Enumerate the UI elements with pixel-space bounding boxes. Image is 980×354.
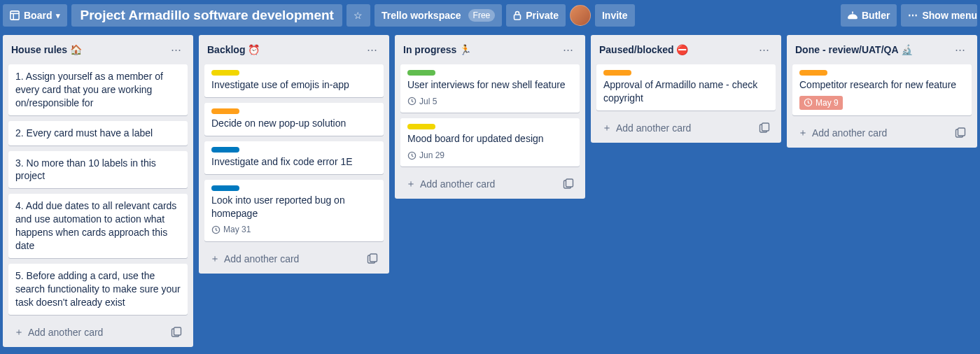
label-orange[interactable] <box>211 108 239 114</box>
card-title: Decide on new pop-up solution <box>211 117 377 130</box>
add-card-button[interactable]: ＋Add another card <box>795 124 952 142</box>
card[interactable]: Investigate and fix code error 1E <box>204 141 384 174</box>
list-footer: ＋Add another card <box>596 116 776 137</box>
card[interactable]: Decide on new pop-up solution <box>204 103 384 136</box>
add-card-label: Add another card <box>224 253 299 264</box>
template-icon <box>563 178 574 190</box>
due-date-text: May 9 <box>816 97 839 108</box>
list-menu-button[interactable]: ⋯ <box>756 42 773 57</box>
list-title[interactable]: Backlog ⏰ <box>207 44 260 55</box>
ellipsis-icon: ⋯ <box>367 43 378 55</box>
board-view-button[interactable]: Board ▾ <box>3 4 67 27</box>
list-footer: ＋Add another card <box>400 172 580 193</box>
card-labels <box>799 70 965 76</box>
list: Paused/blocked ⛔⋯Approval of Armadillo n… <box>591 35 781 143</box>
card-template-button[interactable] <box>756 120 773 136</box>
list-header: In progress 🏃⋯ <box>400 41 580 59</box>
list-title[interactable]: House rules 🏠 <box>11 44 82 55</box>
card-template-button[interactable] <box>364 250 381 267</box>
lock-icon <box>513 10 522 20</box>
clock-icon <box>407 151 416 160</box>
list-footer: ＋Add another card <box>8 320 188 341</box>
list-menu-button[interactable]: ⋯ <box>952 42 969 57</box>
board-title[interactable]: Project Armadillo software development <box>71 4 342 27</box>
list: Backlog ⏰⋯Investigate use of emojis in-a… <box>199 35 389 274</box>
card-labels <box>211 70 377 76</box>
list-header: Backlog ⏰⋯ <box>204 41 384 59</box>
card-title: Approval of Armadillo name - check copyr… <box>603 78 769 105</box>
template-icon <box>171 327 182 338</box>
card[interactable]: 5. Before adding a card, use the search … <box>8 264 188 315</box>
ellipsis-icon: ⋯ <box>955 43 966 55</box>
card[interactable]: User interviews for new shell featureJul… <box>400 64 580 113</box>
card[interactable]: Look into user reported bug on homepageM… <box>204 180 384 241</box>
list-header: Paused/blocked ⛔⋯ <box>596 41 776 59</box>
label-orange[interactable] <box>799 70 827 76</box>
card[interactable]: 3. No more than 10 labels in this projec… <box>8 151 188 189</box>
board-canvas: House rules 🏠⋯1. Assign yourself as a me… <box>0 35 980 347</box>
list-title[interactable]: Paused/blocked ⛔ <box>599 44 688 55</box>
card-template-button[interactable] <box>560 176 577 192</box>
card[interactable]: Competitor research for new featureMay 9 <box>792 64 972 115</box>
member-avatar[interactable] <box>570 5 591 26</box>
visibility-button[interactable]: Private <box>506 4 566 27</box>
due-date-badge[interactable]: May 9 <box>799 96 843 110</box>
list-header: House rules 🏠⋯ <box>8 41 188 59</box>
add-card-label: Add another card <box>812 127 887 139</box>
clock-icon <box>211 225 220 234</box>
add-card-button[interactable]: ＋Add another card <box>599 119 756 137</box>
list-title[interactable]: Done - review/UAT/QA 🔬 <box>795 44 913 55</box>
due-date-badge[interactable]: Jul 5 <box>407 96 437 107</box>
card[interactable]: 2. Every card must have a label <box>8 121 188 146</box>
list-title[interactable]: In progress 🏃 <box>403 44 471 55</box>
plus-icon: ＋ <box>602 122 612 134</box>
card[interactable]: Mood board for updated designJun 29 <box>400 118 580 167</box>
list-menu-button[interactable]: ⋯ <box>560 42 577 57</box>
card-badges: May 31 <box>211 224 377 235</box>
card[interactable]: Approval of Armadillo name - check copyr… <box>596 64 776 111</box>
add-card-label: Add another card <box>420 178 495 190</box>
plus-icon: ＋ <box>210 253 220 265</box>
add-card-button[interactable]: ＋Add another card <box>207 250 364 268</box>
card-title: 1. Assign yourself as a member of every … <box>15 70 181 110</box>
clock-icon <box>804 98 813 107</box>
svg-rect-16 <box>762 123 769 131</box>
due-date-badge[interactable]: May 31 <box>211 224 251 235</box>
label-green[interactable] <box>407 70 435 76</box>
card-template-button[interactable] <box>168 324 185 341</box>
list: Done - review/UAT/QA 🔬⋯Competitor resear… <box>787 35 977 148</box>
card-title: User interviews for new shell feature <box>407 78 573 92</box>
label-orange[interactable] <box>603 70 631 76</box>
plus-icon: ＋ <box>798 127 808 139</box>
show-menu-button[interactable]: ⋯ Show menu <box>901 4 977 27</box>
add-card-label: Add another card <box>28 327 103 338</box>
svg-rect-0 <box>10 11 19 20</box>
add-card-button[interactable]: ＋Add another card <box>11 323 168 341</box>
butler-icon <box>848 11 858 20</box>
list-menu-button[interactable]: ⋯ <box>364 42 381 57</box>
list-menu-button[interactable]: ⋯ <box>168 42 185 57</box>
label-blue[interactable] <box>211 147 239 153</box>
label-blue[interactable] <box>211 185 239 191</box>
clock-icon <box>407 97 416 106</box>
card[interactable]: Investigate use of emojis in-app <box>204 64 384 97</box>
card-labels <box>603 70 769 76</box>
show-menu-label: Show menu <box>922 10 977 21</box>
ellipsis-icon: ⋯ <box>759 43 770 55</box>
card-labels <box>407 70 573 76</box>
star-button[interactable]: ☆ <box>346 4 370 27</box>
workspace-button[interactable]: Trello workspace Free <box>374 4 502 27</box>
card[interactable]: 4. Add due dates to all relevant cards a… <box>8 194 188 258</box>
butler-button[interactable]: Butler <box>841 4 897 27</box>
add-card-label: Add another card <box>616 122 691 134</box>
invite-button[interactable]: Invite <box>595 4 635 27</box>
template-icon <box>759 122 770 134</box>
card-template-button[interactable] <box>952 125 969 141</box>
add-card-button[interactable]: ＋Add another card <box>403 175 560 193</box>
card-badges: Jul 5 <box>407 96 573 107</box>
label-yellow[interactable] <box>407 124 435 129</box>
card[interactable]: 1. Assign yourself as a member of every … <box>8 64 188 115</box>
label-yellow[interactable] <box>211 70 239 76</box>
template-icon <box>955 127 966 139</box>
due-date-badge[interactable]: Jun 29 <box>407 150 444 161</box>
